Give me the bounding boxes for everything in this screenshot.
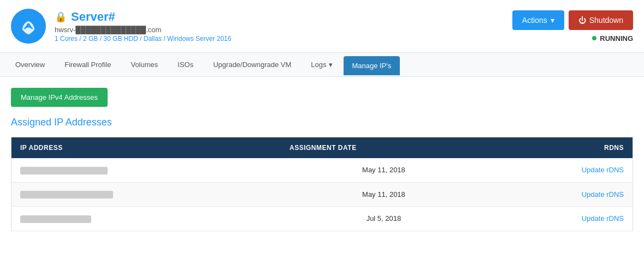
table-row: May 11, 2018 Update rDNS [11, 182, 633, 207]
rdns-cell-2: Update rDNS [487, 182, 633, 207]
tab-upgrade[interactable]: Upgrade/Downgrade VM [203, 53, 301, 76]
server-title-text: Server# [71, 10, 115, 24]
section-title: Assigned IP Addresses [11, 117, 633, 128]
tab-manage-ips[interactable]: Manage IP's [344, 56, 400, 75]
col-header-ip: IP ADDRESS [11, 137, 281, 159]
chevron-down-icon: ▾ [551, 16, 554, 25]
nav-tabs: Overview Firewall Profile Volumes ISOs U… [0, 53, 644, 77]
ip-addresses-table: IP ADDRESS ASSIGNMENT DATE RDNS May 11, … [11, 137, 633, 231]
ip-cell-2 [11, 182, 281, 207]
update-rdns-link-2[interactable]: Update rDNS [582, 190, 624, 198]
page-header: 🔒 Server# hwsrv-██████████████.com 1 Cor… [0, 0, 644, 53]
shutdown-label: Shutdown [589, 16, 623, 25]
action-buttons: Actions ▾ ⏻ Shutdown [512, 10, 633, 30]
update-rdns-link-3[interactable]: Update rDNS [582, 214, 624, 222]
ip-cell-3 [11, 207, 281, 231]
manage-ipv4-button[interactable]: Manage IPv4 Addresses [11, 88, 108, 107]
status-text: RUNNING [600, 34, 633, 43]
table-row: May 11, 2018 Update rDNS [11, 158, 633, 182]
tab-firewall-profile[interactable]: Firewall Profile [55, 53, 121, 76]
header-actions: Actions ▾ ⏻ Shutdown RUNNING [512, 10, 633, 43]
col-header-date: ASSIGNMENT DATE [281, 137, 487, 159]
actions-label: Actions [522, 16, 547, 25]
server-hostname: hwsrv-██████████████.com [55, 26, 504, 34]
update-rdns-link-1[interactable]: Update rDNS [582, 166, 624, 174]
ip-redacted-1 [20, 167, 108, 174]
lock-icon: 🔒 [55, 11, 67, 23]
shutdown-button[interactable]: ⏻ Shutdown [569, 10, 633, 30]
logs-chevron-icon: ▾ [329, 61, 333, 69]
status-indicator: RUNNING [592, 34, 633, 43]
status-dot [592, 36, 596, 40]
date-cell-2: May 11, 2018 [281, 182, 487, 207]
actions-button[interactable]: Actions ▾ [512, 10, 564, 30]
tab-logs[interactable]: Logs ▾ [301, 53, 342, 76]
date-cell-3: Jul 5, 2018 [281, 207, 487, 231]
server-specs: 1 Cores / 2 GB / 30 GB HDD / Dallas / Wi… [55, 35, 504, 43]
tab-isos[interactable]: ISOs [168, 53, 203, 76]
rdns-cell-3: Update rDNS [487, 207, 633, 231]
main-content: Manage IPv4 Addresses Assigned IP Addres… [0, 77, 644, 242]
rdns-cell-1: Update rDNS [487, 158, 633, 182]
server-info: 🔒 Server# hwsrv-██████████████.com 1 Cor… [55, 10, 504, 43]
ip-cell-1 [11, 158, 281, 182]
tab-volumes[interactable]: Volumes [121, 53, 168, 76]
ip-redacted-3 [20, 215, 91, 223]
power-icon: ⏻ [578, 16, 586, 25]
ip-redacted-2 [20, 191, 113, 198]
col-header-rdns: RDNS [487, 137, 633, 159]
date-cell-1: May 11, 2018 [281, 158, 487, 182]
server-logo [11, 9, 46, 44]
server-title: 🔒 Server# [55, 10, 504, 24]
tab-overview[interactable]: Overview [5, 53, 55, 76]
logs-label: Logs [311, 61, 326, 69]
table-header-row: IP ADDRESS ASSIGNMENT DATE RDNS [11, 137, 633, 159]
table-row: Jul 5, 2018 Update rDNS [11, 207, 633, 231]
